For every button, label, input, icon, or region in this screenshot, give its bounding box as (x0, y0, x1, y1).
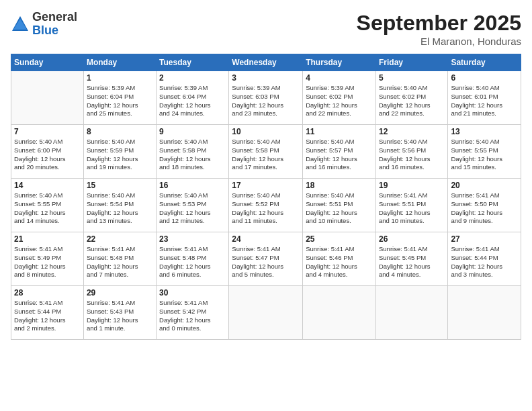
day-number: 2 (159, 73, 226, 83)
day-info: Sunrise: 5:40 AM Sunset: 5:53 PM Dayligh… (159, 191, 226, 226)
day-info: Sunrise: 5:41 AM Sunset: 5:44 PM Dayligh… (14, 299, 81, 333)
day-number: 20 (451, 181, 518, 190)
calendar-cell: 7Sunrise: 5:40 AM Sunset: 6:00 PM Daylig… (11, 125, 84, 179)
calendar-cell: 23Sunrise: 5:41 AM Sunset: 5:48 PM Dayli… (157, 232, 229, 286)
calendar-cell: 9Sunrise: 5:40 AM Sunset: 5:58 PM Daylig… (157, 125, 229, 179)
calendar-cell (448, 286, 521, 340)
calendar-cell: 11Sunrise: 5:40 AM Sunset: 5:57 PM Dayli… (303, 125, 376, 179)
day-info: Sunrise: 5:40 AM Sunset: 5:54 PM Dayligh… (87, 191, 153, 226)
header: General Blue September 2025 El Maranon, … (11, 11, 521, 47)
day-number: 21 (14, 234, 81, 244)
day-number: 17 (232, 181, 300, 190)
day-info: Sunrise: 5:39 AM Sunset: 6:02 PM Dayligh… (306, 84, 373, 118)
day-info: Sunrise: 5:40 AM Sunset: 5:57 PM Dayligh… (306, 138, 373, 172)
day-number: 28 (14, 288, 81, 298)
day-info: Sunrise: 5:41 AM Sunset: 5:43 PM Dayligh… (87, 299, 153, 333)
calendar-cell: 13Sunrise: 5:40 AM Sunset: 5:55 PM Dayli… (448, 125, 521, 179)
day-number: 18 (306, 181, 373, 190)
calendar-cell: 30Sunrise: 5:41 AM Sunset: 5:42 PM Dayli… (157, 286, 229, 340)
calendar-cell: 28Sunrise: 5:41 AM Sunset: 5:44 PM Dayli… (11, 286, 84, 340)
calendar-day-header: Friday (375, 54, 447, 71)
day-info: Sunrise: 5:41 AM Sunset: 5:48 PM Dayligh… (87, 245, 153, 279)
calendar-week-row: 7Sunrise: 5:40 AM Sunset: 6:00 PM Daylig… (11, 125, 521, 179)
calendar-day-header: Saturday (448, 54, 521, 71)
logo-general-text: General (32, 11, 77, 24)
calendar-cell: 12Sunrise: 5:40 AM Sunset: 5:56 PM Dayli… (375, 125, 447, 179)
day-number: 29 (87, 288, 153, 298)
calendar-week-row: 21Sunrise: 5:41 AM Sunset: 5:49 PM Dayli… (11, 232, 521, 286)
calendar-day-header: Tuesday (157, 54, 229, 71)
calendar-cell: 25Sunrise: 5:41 AM Sunset: 5:46 PM Dayli… (303, 232, 376, 286)
day-number: 22 (87, 234, 153, 244)
title-block: September 2025 El Maranon, Honduras (357, 11, 521, 47)
calendar-cell: 16Sunrise: 5:40 AM Sunset: 5:53 PM Dayli… (157, 179, 229, 232)
calendar-cell: 5Sunrise: 5:40 AM Sunset: 6:02 PM Daylig… (375, 71, 447, 125)
calendar-cell: 2Sunrise: 5:39 AM Sunset: 6:04 PM Daylig… (157, 71, 229, 125)
day-info: Sunrise: 5:40 AM Sunset: 5:55 PM Dayligh… (451, 138, 518, 172)
day-number: 27 (451, 234, 518, 244)
day-info: Sunrise: 5:40 AM Sunset: 5:51 PM Dayligh… (306, 191, 373, 226)
day-number: 25 (306, 234, 373, 244)
day-info: Sunrise: 5:41 AM Sunset: 5:44 PM Dayligh… (451, 245, 518, 279)
day-number: 10 (232, 127, 300, 136)
logo: General Blue (11, 11, 77, 38)
calendar-cell: 29Sunrise: 5:41 AM Sunset: 5:43 PM Dayli… (83, 286, 156, 340)
calendar-cell: 21Sunrise: 5:41 AM Sunset: 5:49 PM Dayli… (11, 232, 84, 286)
day-info: Sunrise: 5:41 AM Sunset: 5:50 PM Dayligh… (451, 191, 518, 226)
calendar-day-header: Thursday (303, 54, 376, 71)
day-info: Sunrise: 5:41 AM Sunset: 5:45 PM Dayligh… (379, 245, 445, 279)
day-info: Sunrise: 5:40 AM Sunset: 5:52 PM Dayligh… (232, 191, 300, 226)
day-number: 30 (159, 288, 226, 298)
day-info: Sunrise: 5:40 AM Sunset: 6:01 PM Dayligh… (451, 84, 518, 118)
calendar-week-row: 14Sunrise: 5:40 AM Sunset: 5:55 PM Dayli… (11, 179, 521, 232)
day-number: 24 (232, 234, 300, 244)
day-number: 15 (87, 181, 153, 190)
calendar-cell: 18Sunrise: 5:40 AM Sunset: 5:51 PM Dayli… (303, 179, 376, 232)
calendar-cell: 22Sunrise: 5:41 AM Sunset: 5:48 PM Dayli… (83, 232, 156, 286)
day-number: 16 (159, 181, 226, 190)
day-info: Sunrise: 5:41 AM Sunset: 5:46 PM Dayligh… (306, 245, 373, 279)
calendar-day-header: Monday (83, 54, 156, 71)
calendar-header-row: SundayMondayTuesdayWednesdayThursdayFrid… (11, 54, 521, 71)
calendar-cell: 4Sunrise: 5:39 AM Sunset: 6:02 PM Daylig… (303, 71, 376, 125)
calendar-cell (11, 71, 84, 125)
day-info: Sunrise: 5:41 AM Sunset: 5:47 PM Dayligh… (232, 245, 300, 279)
calendar-cell: 17Sunrise: 5:40 AM Sunset: 5:52 PM Dayli… (229, 179, 303, 232)
calendar-cell: 15Sunrise: 5:40 AM Sunset: 5:54 PM Dayli… (83, 179, 156, 232)
day-info: Sunrise: 5:41 AM Sunset: 5:51 PM Dayligh… (379, 191, 445, 226)
day-number: 7 (14, 127, 81, 136)
calendar-cell: 6Sunrise: 5:40 AM Sunset: 6:01 PM Daylig… (448, 71, 521, 125)
day-number: 19 (379, 181, 445, 190)
day-info: Sunrise: 5:41 AM Sunset: 5:42 PM Dayligh… (159, 299, 226, 333)
day-info: Sunrise: 5:40 AM Sunset: 6:00 PM Dayligh… (14, 138, 81, 172)
day-number: 3 (232, 73, 300, 83)
day-number: 11 (306, 127, 373, 136)
logo-blue-text: Blue (32, 24, 77, 38)
day-number: 4 (306, 73, 373, 83)
day-number: 12 (379, 127, 445, 136)
day-number: 26 (379, 234, 445, 244)
calendar-cell (229, 286, 303, 340)
day-info: Sunrise: 5:41 AM Sunset: 5:49 PM Dayligh… (14, 245, 81, 279)
day-number: 8 (87, 127, 153, 136)
calendar-cell: 1Sunrise: 5:39 AM Sunset: 6:04 PM Daylig… (83, 71, 156, 125)
calendar-cell (303, 286, 376, 340)
calendar-table: SundayMondayTuesdayWednesdayThursdayFrid… (11, 54, 521, 340)
calendar-cell: 24Sunrise: 5:41 AM Sunset: 5:47 PM Dayli… (229, 232, 303, 286)
logo-icon (11, 15, 30, 34)
calendar-cell (375, 286, 447, 340)
day-info: Sunrise: 5:40 AM Sunset: 5:55 PM Dayligh… (14, 191, 81, 226)
month-title: September 2025 (357, 11, 521, 36)
day-number: 1 (87, 73, 153, 83)
calendar-cell: 10Sunrise: 5:40 AM Sunset: 5:58 PM Dayli… (229, 125, 303, 179)
day-info: Sunrise: 5:40 AM Sunset: 5:56 PM Dayligh… (379, 138, 445, 172)
calendar-day-header: Sunday (11, 54, 84, 71)
day-number: 6 (451, 73, 518, 83)
day-info: Sunrise: 5:40 AM Sunset: 5:59 PM Dayligh… (87, 138, 153, 172)
day-info: Sunrise: 5:39 AM Sunset: 6:04 PM Dayligh… (159, 84, 226, 118)
day-info: Sunrise: 5:40 AM Sunset: 5:58 PM Dayligh… (159, 138, 226, 172)
svg-marker-1 (13, 19, 27, 30)
day-info: Sunrise: 5:39 AM Sunset: 6:03 PM Dayligh… (232, 84, 300, 118)
day-number: 14 (14, 181, 81, 190)
calendar-week-row: 1Sunrise: 5:39 AM Sunset: 6:04 PM Daylig… (11, 71, 521, 125)
